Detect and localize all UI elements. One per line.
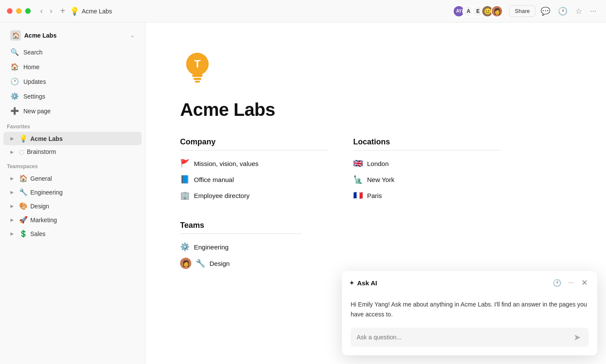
sidebar-item-updates[interactable]: 🕐 Updates — [3, 74, 142, 89]
sidebar-favorite-acme-labs[interactable]: ▶ 💡 Acme Labs — [3, 132, 142, 145]
locations-column: Locations 🇬🇧 London 🗽 New York 🇫🇷 Paris — [353, 137, 500, 272]
svg-rect-3 — [193, 78, 201, 80]
sidebar-item-settings[interactable]: ⚙️ Settings — [3, 89, 142, 103]
sidebar-search-label: Search — [23, 49, 42, 56]
design-label: Design — [30, 203, 49, 210]
ask-ai-panel: ✦ Ask AI 🕐 ··· ✕ Hi Emily Yang! Ask me a… — [342, 271, 597, 355]
ask-ai-message: Hi Emily Yang! Ask me about anything in … — [351, 300, 589, 319]
maximize-traffic-light[interactable] — [25, 8, 31, 14]
sidebar-favorite-brainstorm[interactable]: ▶ ◌ Brainstorm — [3, 146, 142, 158]
link-office-manual[interactable]: 📘 Office manual — [180, 172, 327, 188]
chevron-icon-brainstorm: ▶ — [10, 150, 16, 154]
locations-divider — [353, 150, 500, 150]
page-body: T Acme Labs Company 🚩 Mission, vision, v… — [145, 22, 535, 307]
search-icon: 🔍 — [10, 48, 19, 56]
svg-text:T: T — [194, 58, 201, 70]
new-page-icon: ➕ — [10, 107, 19, 115]
ask-ai-history-button[interactable]: 🕐 — [551, 278, 564, 288]
link-paris[interactable]: 🇫🇷 Paris — [353, 188, 500, 204]
sidebar-home-label: Home — [23, 64, 39, 70]
ask-ai-send-button[interactable]: ➤ — [572, 332, 583, 342]
chevron-general: ▶ — [10, 176, 16, 181]
sidebar-teamspace-sales[interactable]: ▶ 💲 Sales — [3, 227, 142, 240]
ask-ai-header: ✦ Ask AI 🕐 ··· ✕ — [342, 271, 597, 293]
general-icon: 🏠 — [19, 174, 28, 182]
sidebar-teamspace-general[interactable]: ▶ 🏠 General — [3, 172, 142, 185]
sales-label: Sales — [30, 230, 45, 237]
title-bar: ‹ › + 💡 Acme Labs AY A E 😐 👩 Share 💬 🕐 ☆… — [0, 0, 606, 22]
link-employee-directory[interactable]: 🏢 Employee directory — [180, 188, 327, 204]
title-bar-title: Acme Labs — [82, 8, 453, 15]
page-icon-wrapper: T — [180, 48, 500, 89]
link-london[interactable]: 🇬🇧 London — [353, 156, 500, 172]
minimize-traffic-light[interactable] — [16, 8, 22, 14]
company-column: Company 🚩 Mission, vision, values 📘 Offi… — [180, 137, 327, 272]
employee-dir-label: Employee directory — [194, 192, 249, 199]
link-mission[interactable]: 🚩 Mission, vision, values — [180, 156, 327, 172]
title-bar-navigation: ‹ › — [38, 5, 55, 17]
add-button[interactable]: + — [60, 6, 65, 16]
acme-labs-icon: 💡 — [19, 134, 28, 143]
sidebar-updates-label: Updates — [23, 78, 46, 85]
page-bulb-icon: T — [180, 48, 215, 87]
settings-icon: ⚙️ — [10, 92, 19, 100]
marketing-label: Marketing — [30, 217, 57, 224]
history-button[interactable]: 🕐 — [555, 5, 570, 18]
page-icon: 💡 — [70, 6, 79, 16]
new-york-label: New York — [367, 176, 394, 183]
ask-ai-close-button[interactable]: ✕ — [579, 277, 590, 288]
brainstorm-label: Brainstorm — [27, 148, 56, 155]
paris-icon: 🇫🇷 — [353, 191, 363, 200]
more-button[interactable]: ··· — [587, 5, 599, 17]
forward-button[interactable]: › — [47, 5, 55, 17]
page-columns: Company 🚩 Mission, vision, values 📘 Offi… — [180, 137, 500, 272]
title-bar-right: AY A E 😐 👩 Share 💬 🕐 ☆ ··· — [453, 5, 599, 18]
ask-ai-more-button[interactable]: ··· — [566, 278, 576, 288]
sidebar-item-new-page[interactable]: ➕ New page — [3, 104, 142, 118]
teams-divider — [180, 233, 301, 234]
ask-ai-sparkle-icon: ✦ — [349, 279, 355, 287]
sidebar-teamspace-design[interactable]: ▶ 🎨 Design — [3, 199, 142, 213]
link-new-york[interactable]: 🗽 New York — [353, 172, 500, 188]
sidebar-teamspace-engineering[interactable]: ▶ 🔧 Engineering — [3, 185, 142, 199]
paris-label: Paris — [367, 192, 382, 199]
sidebar-settings-label: Settings — [23, 93, 45, 100]
traffic-lights — [7, 8, 31, 14]
sidebar: 🏠 Acme Labs ⌄ 🔍 Search 🏠 Home 🕐 Updates … — [0, 22, 145, 364]
london-label: London — [367, 160, 389, 167]
sales-icon: 💲 — [19, 230, 28, 238]
ask-ai-actions: 🕐 ··· ✕ — [551, 277, 590, 288]
star-button[interactable]: ☆ — [573, 5, 585, 18]
general-label: General — [30, 175, 52, 182]
engineering-label: Engineering — [30, 189, 63, 196]
sidebar-item-search[interactable]: 🔍 Search — [3, 45, 142, 59]
team-design-icon: 🔧 — [196, 259, 205, 268]
avatar-5: 👩 — [491, 5, 503, 17]
share-button[interactable]: Share — [509, 5, 535, 17]
company-divider — [180, 150, 327, 150]
new-york-icon: 🗽 — [353, 175, 363, 184]
ask-ai-input[interactable] — [357, 334, 572, 341]
back-button[interactable]: ‹ — [38, 5, 45, 17]
sidebar-teamspace-marketing[interactable]: ▶ 🚀 Marketing — [3, 213, 142, 227]
sidebar-item-home[interactable]: 🏠 Home — [3, 60, 142, 74]
london-icon: 🇬🇧 — [353, 159, 363, 168]
chevron-design: ▶ — [10, 204, 16, 208]
teams-section: Teams ⚙️ Engineering 👩 🔧 Design — [180, 221, 327, 272]
comment-button[interactable]: 💬 — [538, 5, 553, 18]
employee-dir-icon: 🏢 — [180, 191, 190, 200]
close-traffic-light[interactable] — [7, 8, 13, 14]
team-engineering-label: Engineering — [194, 243, 229, 251]
mission-label: Mission, vision, values — [194, 160, 258, 167]
chevron-engineering: ▶ — [10, 190, 16, 195]
team-design[interactable]: 👩 🔧 Design — [180, 255, 327, 272]
teams-heading: Teams — [180, 221, 327, 230]
workspace-chevron: ⌄ — [130, 32, 135, 38]
workspace-item[interactable]: 🏠 Acme Labs ⌄ — [3, 27, 142, 44]
avatar-group: AY A E 😐 👩 — [453, 5, 503, 17]
ask-ai-input-wrapper: ➤ — [351, 328, 589, 347]
marketing-icon: 🚀 — [19, 216, 28, 224]
workspace-name: Acme Labs — [24, 32, 127, 39]
team-engineering-icon: ⚙️ — [180, 242, 190, 252]
team-engineering[interactable]: ⚙️ Engineering — [180, 239, 327, 255]
